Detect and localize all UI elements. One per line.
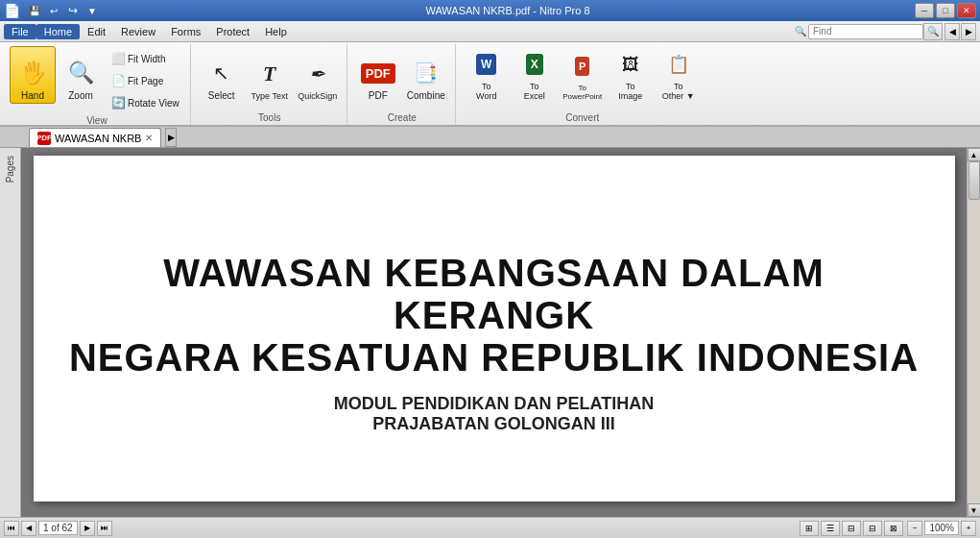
menu-forms[interactable]: Forms	[163, 24, 208, 39]
quick-access-dropdown[interactable]: ▼	[84, 3, 101, 18]
ribbon: 🖐 Hand 🔍 Zoom ⬜ Fit Width 📄 Fit Page	[0, 42, 980, 127]
view-spread-button[interactable]: ⊠	[884, 521, 903, 536]
menu-review[interactable]: Review	[113, 24, 163, 39]
to-other-label: ToOther ▼	[662, 82, 695, 101]
menu-file[interactable]: File	[4, 24, 36, 39]
to-excel-label: ToExcel	[524, 82, 545, 101]
tab-label: WAWASAN NKRB	[55, 133, 141, 144]
select-label: Select	[208, 90, 235, 101]
menu-home[interactable]: Home	[36, 24, 80, 39]
combine-icon: 📑	[411, 58, 442, 88]
type-text-icon: T	[254, 59, 285, 89]
quicksign-icon: ✒	[302, 59, 333, 89]
to-image-icon: 🖼	[615, 49, 646, 80]
fit-page-button[interactable]: 📄 Fit Page	[106, 70, 184, 91]
scroll-thumb[interactable]	[968, 161, 980, 200]
to-excel-icon: X	[519, 49, 550, 80]
ribbon-group-convert: W ToWord X ToExcel P ToPowerPoint	[458, 44, 707, 125]
minimize-button[interactable]: ─	[915, 3, 934, 18]
ribbon-group-create: PDF PDF 📑 Combine Create	[349, 44, 456, 125]
pdf-subtitle1: MODUL PENDIDIKAN DAN PELATIHAN	[334, 394, 654, 414]
to-excel-button[interactable]: X ToExcel	[512, 46, 558, 104]
zoom-out-button[interactable]: −	[907, 521, 922, 536]
quicksign-label: QuickSign	[298, 91, 337, 101]
view-grid-button[interactable]: ⊟	[863, 521, 882, 536]
page-info: 1 of 62	[38, 521, 78, 535]
pdf-subtitle2: PRAJABATAN GOLONGAN III	[372, 414, 614, 434]
nav-prev-button[interactable]: ◀	[21, 521, 36, 536]
combine-button[interactable]: 📑 Combine	[403, 46, 449, 104]
fit-width-label: Fit Width	[128, 54, 165, 64]
save-button[interactable]: 💾	[26, 3, 43, 18]
tab-close-button[interactable]: ✕	[145, 133, 153, 143]
undo-button[interactable]: ↩	[45, 3, 62, 18]
ribbon-group-tools: ↖ Select T Type Text ✒ QuickSign Tools	[193, 44, 347, 125]
menu-help[interactable]: Help	[257, 24, 295, 39]
to-image-button[interactable]: 🖼 ToImage	[608, 46, 654, 104]
pdf-title-line2: NEGARA KESATUAN REPUBLIK INDONESIA	[69, 336, 919, 379]
ribbon-group-view: 🖐 Hand 🔍 Zoom ⬜ Fit Width 📄 Fit Page	[4, 44, 191, 125]
to-powerpoint-button[interactable]: P ToPowerPoint	[560, 46, 606, 104]
search-area: 🔍 🔍 ◀ ▶	[795, 23, 976, 40]
quicksign-button[interactable]: ✒ QuickSign	[295, 46, 341, 104]
tab-pdf-icon: PDF	[37, 132, 51, 145]
view-small-buttons: ⬜ Fit Width 📄 Fit Page 🔄 Rotate View	[106, 46, 184, 113]
search-back-button[interactable]: ◀	[944, 23, 960, 40]
scroll-down-button[interactable]: ▼	[968, 503, 981, 517]
nav-last-button[interactable]: ⏭	[97, 521, 112, 536]
main-area: Pages WAWASAN KEBANGSAAN DALAM KERANGK N…	[0, 148, 980, 517]
document-tab[interactable]: PDF WAWASAN NKRB ✕	[29, 128, 161, 147]
convert-group-label: Convert	[565, 112, 599, 123]
fit-width-icon: ⬜	[110, 51, 126, 66]
view-group-label: View	[86, 115, 108, 126]
maximize-button[interactable]: □	[936, 3, 955, 18]
menu-bar: File Home Edit Review Forms Protect Help…	[0, 21, 980, 42]
to-other-button[interactable]: 📋 ToOther ▼	[656, 46, 702, 104]
menu-protect[interactable]: Protect	[208, 24, 257, 39]
to-powerpoint-label: ToPowerPoint	[562, 84, 602, 101]
pdf-icon: PDF	[363, 58, 394, 88]
app-icon: 📄	[4, 3, 20, 18]
vertical-scrollbar[interactable]: ▲ ▼	[967, 148, 980, 517]
menu-edit[interactable]: Edit	[80, 24, 113, 39]
rotate-view-icon: 🔄	[110, 95, 126, 110]
select-button[interactable]: ↖ Select	[199, 46, 245, 104]
close-button[interactable]: ✕	[957, 3, 976, 18]
window-controls: ─ □ ✕	[915, 3, 980, 18]
pdf-label: PDF	[369, 90, 388, 101]
select-icon: ↖	[206, 58, 237, 88]
redo-button[interactable]: ↪	[64, 3, 82, 18]
tab-scroll-arrow[interactable]: ▶	[165, 128, 177, 147]
search-button[interactable]: 🔍	[923, 23, 943, 40]
rotate-view-button[interactable]: 🔄 Rotate View	[106, 92, 184, 113]
window-title: WAWASAN NKRB.pdf - Nitro Pro 8	[101, 5, 915, 16]
pdf-title-line1: WAWASAN KEBANGSAAN DALAM KERANGK	[62, 252, 926, 336]
view-column-button[interactable]: ⊟	[842, 521, 861, 536]
rotate-view-label: Rotate View	[128, 98, 179, 109]
pdf-page: WAWASAN KEBANGSAAN DALAM KERANGK NEGARA …	[34, 156, 955, 501]
nav-first-button[interactable]: ⏮	[4, 521, 19, 536]
combine-label: Combine	[407, 90, 445, 101]
hand-icon: 🖐	[17, 58, 48, 88]
view-thumbnail-button[interactable]: ⊞	[800, 521, 819, 536]
to-powerpoint-icon: P	[567, 51, 598, 82]
to-word-button[interactable]: W ToWord	[464, 46, 510, 104]
search-input[interactable]	[808, 24, 923, 39]
to-word-icon: W	[471, 49, 502, 80]
pdf-button[interactable]: PDF PDF	[355, 46, 401, 104]
zoom-in-button[interactable]: +	[961, 521, 976, 536]
search-forward-button[interactable]: ▶	[961, 23, 976, 40]
view-group-content: 🖐 Hand 🔍 Zoom ⬜ Fit Width 📄 Fit Page	[10, 46, 184, 113]
navigation-controls: ⏮ ◀ 1 of 62 ▶ ⏭	[4, 521, 112, 536]
scroll-track[interactable]	[968, 161, 981, 503]
scroll-up-button[interactable]: ▲	[968, 148, 981, 161]
tools-group-content: ↖ Select T Type Text ✒ QuickSign	[199, 46, 341, 110]
fit-width-button[interactable]: ⬜ Fit Width	[106, 48, 184, 69]
hand-button[interactable]: 🖐 Hand	[10, 46, 56, 104]
status-bar: ⏮ ◀ 1 of 62 ▶ ⏭ ⊞ ☰ ⊟ ⊟ ⊠ − 100% +	[0, 517, 980, 538]
type-text-button[interactable]: T Type Text	[247, 46, 293, 104]
zoom-button[interactable]: 🔍 Zoom	[58, 46, 104, 104]
view-list-button[interactable]: ☰	[821, 521, 840, 536]
create-group-label: Create	[388, 112, 417, 123]
nav-next-button[interactable]: ▶	[80, 521, 95, 536]
